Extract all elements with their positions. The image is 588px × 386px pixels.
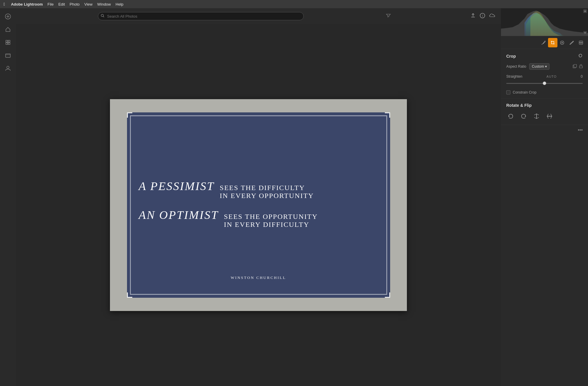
upload-icon[interactable] [470,13,476,19]
top-bar-actions: i [470,13,495,19]
constrain-crop-label: Constrain Crop [513,90,537,94]
quote-line-1: A Pessimist Sees The Difficulty In Every… [139,179,378,200]
heal-icon[interactable] [557,38,567,47]
search-container [98,12,304,20]
constrain-crop-row: Constrain Crop [506,90,583,94]
svg-text:i: i [482,14,483,17]
quote-subject-1: A Pessimist [139,179,215,193]
aspect-copy-icon[interactable] [573,64,577,69]
histogram-area [501,8,588,36]
flip-h-button[interactable] [532,112,541,121]
svg-rect-5 [6,43,8,44]
more-options-icon[interactable]: ••• [578,127,583,133]
svg-rect-6 [8,43,10,44]
top-bar: i [16,8,501,24]
search-icon [101,14,104,19]
svg-rect-24 [579,66,582,68]
svg-marker-15 [584,32,586,34]
quote-predicate-1b: In Every Opportunity [220,192,314,200]
mask-icon[interactable] [576,38,586,47]
quote-predicate-1: Sees The Difficulty [220,184,314,192]
straighten-label: Straighten [506,74,522,79]
menu-help[interactable]: Help [116,2,123,6]
aspect-dropdown-arrow: ▾ [545,64,547,69]
rotate-ccw-button[interactable] [506,112,515,121]
svg-rect-7 [6,54,10,57]
constrain-crop-checkbox[interactable] [506,90,510,94]
svg-line-11 [103,16,104,17]
app-name[interactable]: Adobe Lightroom [11,2,43,6]
quote-predicate-2: Sees The Opportunity [224,213,318,221]
rotate-section: Rotate & Flip [501,99,588,125]
svg-point-10 [101,14,103,17]
filter-icon[interactable] [386,13,391,19]
rotate-title: Rotate & Flip [506,103,532,108]
apple-icon:  [4,2,5,6]
aspect-lock-icon[interactable] [579,64,583,69]
photo-frame: A Pessimist Sees The Difficulty In Every… [110,99,407,311]
svg-rect-4 [8,40,10,42]
photo-inner: A Pessimist Sees The Difficulty In Every… [127,112,390,298]
rotate-row [506,112,583,121]
aspect-ratio-row: Aspect Ratio Custom ▾ [506,63,583,70]
crop-corner-bl[interactable] [127,292,132,298]
aspect-ratio-value: Custom [532,64,544,69]
svg-rect-23 [574,64,577,67]
crop-reset-icon[interactable] [578,53,583,59]
menu-view[interactable]: View [84,2,93,6]
info-icon[interactable]: i [480,13,485,19]
crop-corner-tr[interactable] [385,112,390,118]
album-icon[interactable] [3,50,13,61]
straighten-row: Straighten AUTO 0 [506,74,583,86]
flip-v-button[interactable] [545,112,554,121]
aspect-ratio-dropdown[interactable]: Custom ▾ [529,63,549,70]
straighten-header: Straighten AUTO 0 [506,74,583,79]
grid-icon[interactable] [3,37,13,48]
aspect-ratio-label: Aspect Ratio [506,64,526,69]
menubar:  Adobe Lightroom File Edit Photo View W… [0,0,588,8]
rotate-header: Rotate & Flip [506,103,583,108]
left-sidebar [0,8,16,386]
quote-predicate-2b: In Every Difficulty [224,221,318,229]
crop-header: Crop [506,53,583,59]
crop-section: Crop Aspect Ratio Custom ▾ [501,49,588,99]
quote-subject-2: An Optimist [139,208,219,222]
center-area: i A Pessimist [16,8,501,386]
crop-corner-tl[interactable] [127,112,132,118]
straighten-auto[interactable]: AUTO [547,75,557,78]
quote-line-2: An Optimist Sees The Opportunity In Ever… [139,208,378,229]
straighten-slider[interactable] [506,81,583,86]
crop-icon[interactable] [548,38,557,47]
cloud-icon[interactable] [489,13,495,19]
edit-icon[interactable] [539,38,548,47]
svg-point-9 [7,66,9,69]
histogram-scroll-down[interactable] [583,31,587,35]
search-input[interactable] [98,12,304,20]
histogram-scroll[interactable] [583,9,587,13]
attribution: Winston Churchill [231,275,286,280]
add-icon[interactable] [3,11,13,22]
menu-photo[interactable]: Photo [70,2,80,6]
home-icon[interactable] [3,24,13,35]
svg-rect-3 [6,40,8,42]
crop-corner-br[interactable] [385,292,390,298]
menu-window[interactable]: Window [97,2,111,6]
aspect-actions [573,64,583,69]
menu-edit[interactable]: Edit [58,2,65,6]
menu-file[interactable]: File [47,2,54,6]
more-options: ••• [501,125,588,135]
rotate-cw-button[interactable] [519,112,528,121]
svg-marker-14 [584,10,586,12]
slider-track [506,83,583,84]
straighten-value: 0 [581,74,583,79]
slider-thumb[interactable] [543,81,546,85]
main-layout: i A Pessimist [0,8,588,386]
right-panel: Crop Aspect Ratio Custom ▾ [501,8,588,386]
person-icon[interactable] [3,63,13,74]
tool-icons-row [501,36,588,49]
photo-canvas: A Pessimist Sees The Difficulty In Every… [16,24,501,386]
quote-text: A Pessimist Sees The Difficulty In Every… [139,179,378,231]
brush-icon[interactable] [567,38,576,47]
crop-title: Crop [506,54,516,59]
